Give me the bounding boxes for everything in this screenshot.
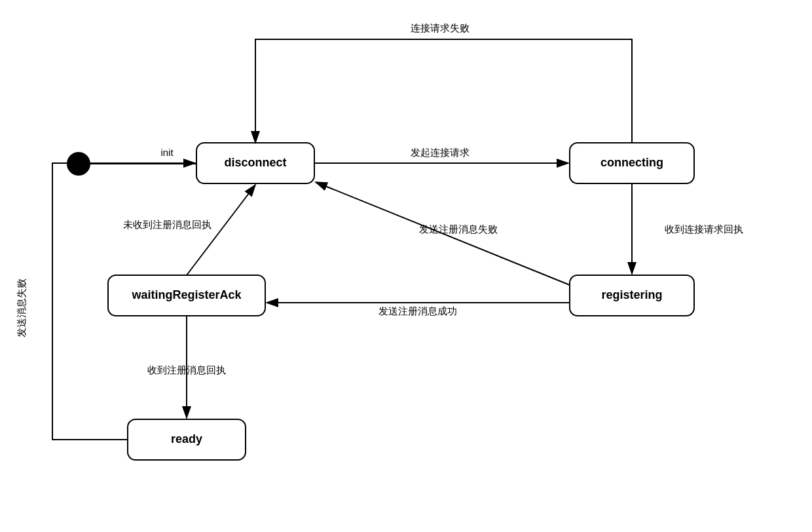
state-connecting-label: connecting [600, 156, 663, 169]
label-register-fail: 发送注册消息失败 [419, 223, 498, 235]
state-ready-label: ready [171, 432, 202, 446]
diagram-container: init disconnect connecting 发起连接请求 连接请求失败… [0, 0, 812, 532]
label-faqi-connect: 发起连接请求 [411, 147, 470, 158]
label-register-success: 发送注册消息成功 [378, 305, 457, 316]
state-waiting-label: waitingRegisterAck [131, 288, 242, 301]
state-registering-label: registering [601, 288, 662, 301]
state-disconnect-label: disconnect [224, 156, 286, 169]
arrow-connect-fail [255, 39, 632, 143]
init-label: init [160, 147, 174, 158]
arrow-waiting-disconnect [187, 185, 255, 275]
label-connect-fail: 连接请求失败 [411, 22, 470, 33]
label-connect-ack: 收到连接请求回执 [665, 223, 743, 235]
label-no-register-ack: 未收到注册消息回执 [123, 219, 212, 230]
label-register-ack: 收到注册消息回执 [147, 364, 226, 375]
label-send-fail: 发送消息失败 [16, 278, 27, 337]
